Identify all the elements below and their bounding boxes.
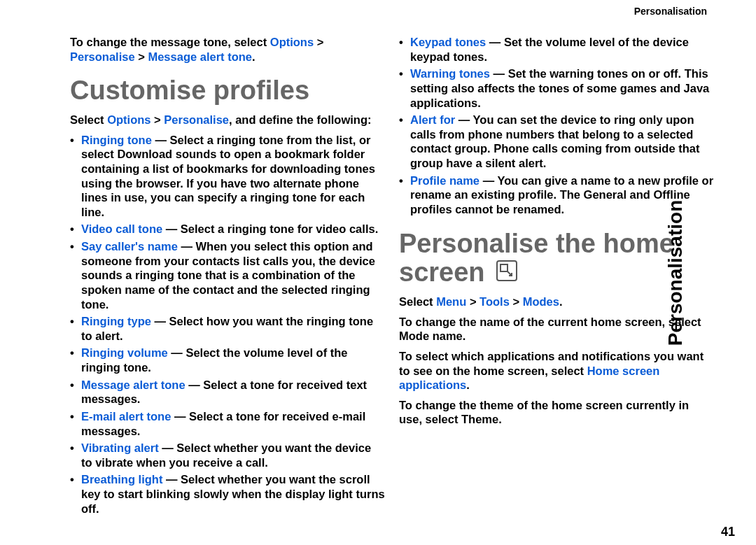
setting-label[interactable]: Breathing light — [81, 473, 162, 486]
text: , and define the following: — [229, 113, 372, 126]
setting-label[interactable]: E-mail alert tone — [81, 410, 171, 423]
link-personalise[interactable]: Personalise — [164, 113, 229, 126]
setting-label[interactable]: Keypad tones — [410, 36, 486, 48]
item-alert-for: Alert for — You can set the device to ri… — [399, 113, 714, 171]
side-tab-title: Personalisation — [665, 199, 687, 346]
link-tools[interactable]: Tools — [479, 295, 510, 308]
home-screen-icon — [496, 260, 517, 281]
separator: — — [152, 134, 170, 146]
setting-label[interactable]: Warning tones — [410, 67, 490, 80]
separator: — — [162, 473, 181, 486]
setting-label[interactable]: Message alert tone — [81, 378, 186, 391]
item-message-alert-tone: Message alert tone — Select a tone for r… — [70, 378, 385, 406]
setting-label[interactable]: Ringing type — [81, 315, 151, 327]
link-options[interactable]: Options — [107, 113, 150, 126]
text: Select a ringing tone for video calls. — [181, 222, 378, 235]
text: . — [466, 378, 470, 391]
setting-label[interactable]: Profile name — [410, 174, 479, 187]
svg-rect-0 — [500, 264, 507, 271]
setting-label[interactable]: Vibrating alert — [81, 441, 159, 454]
text: Select — [70, 113, 107, 126]
intro-paragraph: To change the message tone, select Optio… — [70, 35, 385, 64]
header-section-title: Personalisation — [634, 6, 707, 17]
item-breathing-light: Breathing light — Select whether you wan… — [70, 472, 385, 516]
separator: > — [466, 295, 479, 308]
separator: — — [162, 222, 181, 235]
link-message-alert-tone[interactable]: Message alert tone — [148, 50, 252, 63]
heading-text: Personalise the home screen — [399, 229, 674, 288]
text: . — [559, 295, 563, 308]
setting-label[interactable]: Ringing tone — [81, 134, 152, 146]
separator: — — [455, 113, 472, 126]
heading-customise-profiles: Customise profiles — [70, 76, 385, 106]
separator: > — [314, 36, 323, 48]
text: . — [498, 413, 502, 425]
item-warning-tones: Warning tones — Set the warning tones on… — [399, 66, 714, 110]
link-options[interactable]: Options — [270, 36, 314, 48]
separator: — — [178, 240, 196, 253]
item-say-callers-name: Say caller's name — When you select this… — [70, 239, 385, 311]
text: To change the message tone, select — [70, 36, 270, 48]
setting-label[interactable]: Say caller's name — [81, 240, 178, 253]
separator: — — [159, 441, 177, 454]
text: To change the name of the current home s… — [399, 316, 701, 328]
text: To change the theme of the home screen c… — [399, 399, 689, 426]
text: Select — [399, 295, 436, 308]
item-ringing-tone: Ringing tone — Select a ringing tone fro… — [70, 133, 385, 220]
bold-text: Theme — [461, 413, 498, 425]
item-vibrating-alert: Vibrating alert — Select whether you wan… — [70, 441, 385, 469]
settings-list-left: Ringing tone — Select a ringing tone fro… — [70, 133, 385, 470]
text: . — [252, 50, 255, 63]
content-columns: To change the message tone, select Optio… — [70, 35, 714, 539]
setting-label[interactable]: Ringing volume — [81, 346, 168, 359]
setting-label[interactable]: Alert for — [410, 113, 455, 126]
select-line: Select Options > Personalise, and define… — [70, 113, 385, 127]
separator: — — [490, 67, 508, 80]
p-theme: To change the theme of the home screen c… — [399, 398, 714, 427]
link-menu[interactable]: Menu — [436, 295, 466, 308]
separator: — — [151, 315, 169, 327]
setting-label[interactable]: Video call tone — [81, 222, 162, 235]
item-ringing-type: Ringing type — Select how you want the r… — [70, 314, 385, 343]
page-number: 41 — [721, 525, 735, 539]
item-video-call-tone: Video call tone — Select a ringing tone … — [70, 222, 385, 236]
separator: — — [186, 378, 204, 391]
separator: > — [510, 295, 523, 308]
item-ringing-volume: Ringing volume — Select the volume level… — [70, 346, 385, 374]
separator: > — [151, 113, 164, 126]
separator: — — [486, 36, 504, 48]
separator: — — [168, 346, 186, 359]
link-modes[interactable]: Modes — [523, 295, 559, 308]
text: . — [463, 330, 466, 342]
p-home-screen-apps: To select which applications and notific… — [399, 349, 714, 392]
bold-text: Mode name — [399, 330, 463, 342]
item-keypad-tones: Keypad tones — Set the volume level of t… — [399, 35, 714, 64]
separator: — — [479, 174, 497, 187]
item-profile-name: Profile name — You can give a name to a … — [399, 174, 714, 217]
separator: — — [171, 410, 189, 423]
separator: > — [135, 50, 148, 63]
item-email-alert-tone: E-mail alert tone — Select a tone for re… — [70, 409, 385, 438]
link-personalise[interactable]: Personalise — [70, 50, 135, 63]
bold-text: Download sounds — [117, 148, 216, 160]
